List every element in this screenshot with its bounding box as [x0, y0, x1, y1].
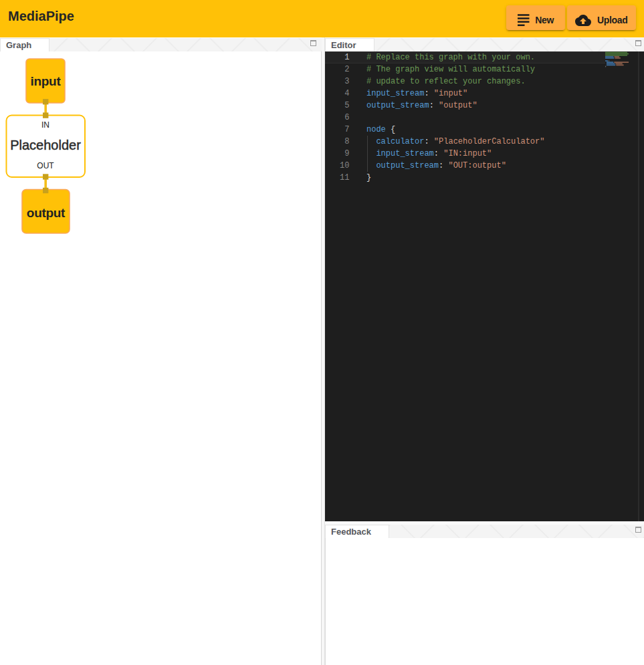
svg-text:IN: IN [41, 120, 49, 130]
svg-text:OUT: OUT [37, 161, 54, 170]
svg-text:Placeholder: Placeholder [10, 138, 81, 152]
svg-text:output: output [27, 206, 66, 220]
svg-text:input: input [31, 74, 62, 88]
